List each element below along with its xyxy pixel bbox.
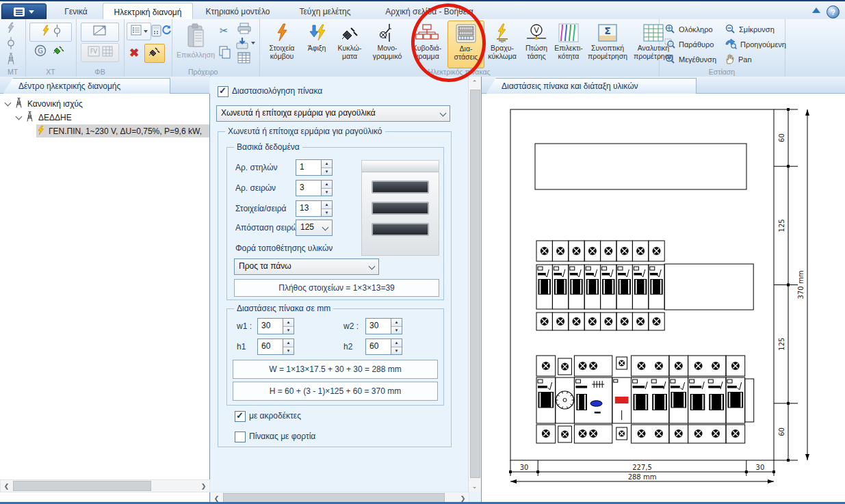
fv-panel-button[interactable] xyxy=(81,23,119,42)
enclosure-groupbox: Χωνευτά ή επίτοιχα ερμάρια για ραγοϋλικό… xyxy=(218,131,452,447)
ribbon-spacer xyxy=(785,19,845,77)
scrollbar-thumb[interactable] xyxy=(470,90,480,478)
application-menu-button[interactable] xyxy=(1,3,47,21)
calculator-icon[interactable] xyxy=(151,25,161,37)
zoom-extents-button[interactable]: Ολόκληρο xyxy=(664,23,713,36)
cabinet-slot xyxy=(372,181,429,194)
tab-arxiki-voitheia[interactable]: Αρχική σελίδα - Βοήθεια xyxy=(366,3,493,21)
fv-report-button[interactable]: FV xyxy=(81,43,119,62)
tree-item-gen-pin[interactable]: ΓΕΝ.ΠΙΝ, 1~230 V, ΔU=0,75%, P=9,6 kW, xyxy=(36,124,209,137)
panel-drawing: 6012512560370 mm30227,530288 mm xyxy=(482,94,845,504)
ribbon-button-voltage-drop[interactable]: V Πτώση τάσης xyxy=(521,21,551,67)
green-plug-icon[interactable] xyxy=(51,44,66,57)
mt-insulator-icon[interactable] xyxy=(6,37,16,49)
print-icon[interactable] xyxy=(237,23,251,34)
ribbon-button-node-elements[interactable]: Στοιχεία κόμβου xyxy=(263,21,301,67)
h1-stepper[interactable]: 60 ▲▼ xyxy=(257,339,294,355)
elements-per-row-stepper[interactable]: 13 ▲▼ xyxy=(296,200,333,217)
table-export-icon[interactable] xyxy=(237,52,250,64)
ribbon-group-mt: ΜΤ xyxy=(0,19,26,77)
panel-drawing-view: 6012512560370 mm30227,530288 mm xyxy=(482,94,845,504)
columns-stepper[interactable]: 1 ▲▼ xyxy=(296,159,333,176)
basic-data-groupbox: Βασικά δεδομένα Αρ. στηλών 1 ▲▼ Αρ. σειρ… xyxy=(226,147,444,300)
scroll-left-arrow[interactable]: ❮ xyxy=(1,480,12,492)
chevron-expanded-icon[interactable] xyxy=(5,99,12,106)
svg-text:125: 125 xyxy=(778,338,785,351)
tab-teyxi-meletis[interactable]: Τεύχη μελέτης xyxy=(284,3,366,21)
cabinet-product-image xyxy=(361,160,439,256)
scroll-right-arrow[interactable]: ❯ xyxy=(198,480,209,492)
delete-x-icon[interactable]: ✖ xyxy=(127,45,142,60)
pan-button[interactable]: Pan xyxy=(725,53,752,66)
scrollbar-thumb[interactable] xyxy=(13,481,151,491)
row-spacing-label: Απόσταση σειρών xyxy=(235,223,302,233)
spin-up-icon: ▲ xyxy=(322,160,332,168)
tab-ilektriki-dianomi[interactable]: Ηλεκτρική διανομή xyxy=(103,3,193,21)
tab-genika[interactable]: Γενικά xyxy=(49,3,103,21)
tab-ktiriako-montelo[interactable]: Κτηριακό μοντέλο xyxy=(192,3,284,21)
elements-per-row-label: Στοιχεία/σειρά xyxy=(235,204,287,213)
sizing-checkbox[interactable] xyxy=(218,86,229,97)
ribbon-button-selectivity[interactable]: Επιλεκτι- κότητα xyxy=(551,21,586,67)
dark-plug-icon xyxy=(340,22,359,44)
mt-pylon-icon[interactable] xyxy=(5,52,16,66)
paste-button[interactable]: Επικόλληση xyxy=(174,21,217,67)
tab-distribution-tree[interactable]: Δέντρο ηλεκτρικής διανομής xyxy=(3,78,170,94)
h2-stepper[interactable]: 60 ▲▼ xyxy=(365,339,402,355)
ribbon-tab-bar: Γενικά Ηλεκτρική διανομή Κτηριακό μοντέλ… xyxy=(0,0,845,21)
tree-horizontal-scrollbar[interactable]: ❮ ❯ xyxy=(0,479,210,492)
tree-item-deddie[interactable]: ΔΕΔΔΗΕ xyxy=(16,111,204,124)
scroll-up-arrow[interactable]: ⌃ xyxy=(469,77,480,88)
loads-checkbox[interactable] xyxy=(235,432,246,442)
distribution-tree-panel: Κανονική ισχύς ΔΕΔΔΗΕ ΓΕΝ.ΠΙΝ, 1~230 V, … xyxy=(0,94,210,504)
pylon-icon xyxy=(25,111,35,124)
single-line-diagram-icon xyxy=(378,22,396,44)
row-spacing-dropdown[interactable]: 125 xyxy=(296,220,333,236)
enclosure-type-dropdown[interactable]: Χωνευτά ή επίτοιχα ερμάρια για ραγοϋλικά xyxy=(216,105,450,122)
zoom-in-button[interactable]: Μεγέθυνση xyxy=(664,53,716,66)
chevron-expanded-icon[interactable] xyxy=(16,113,23,120)
cut-scissors-icon[interactable]: ✂ xyxy=(220,25,229,37)
ribbon-button-dimensions[interactable]: Δια- στάσεις xyxy=(447,21,484,68)
spin-down-icon: ▼ xyxy=(283,327,294,334)
connect-plug-button[interactable] xyxy=(144,44,165,63)
spin-down-icon: ▼ xyxy=(283,347,294,355)
ribbon-button-arrival[interactable]: Άφιξη xyxy=(301,21,333,67)
spin-up-icon: ▲ xyxy=(391,339,402,347)
grid-icon xyxy=(102,46,113,59)
copy-icon[interactable] xyxy=(218,45,232,59)
ribbon-button-summary-boq[interactable]: Σ Συνοπτική προμέτρηση xyxy=(586,21,629,67)
zoom-previous-button[interactable]: Προηγούμενη xyxy=(725,38,786,51)
svg-text:60: 60 xyxy=(778,133,785,142)
scroll-down-arrow[interactable]: ⌄ xyxy=(469,480,480,492)
help-button[interactable]: ? xyxy=(827,5,840,18)
terminals-checkbox[interactable] xyxy=(235,411,246,422)
zoom-window-button[interactable]: Παράθυρο xyxy=(664,38,714,51)
ribbon-button-short-circuit[interactable]: Βραχυ- κύκλωμα xyxy=(483,21,521,67)
ribbon-button-single-line[interactable]: Μονο- γραμμικό xyxy=(367,21,408,67)
mt-lightning-icon[interactable] xyxy=(5,22,16,34)
xt-power-button[interactable] xyxy=(29,23,72,42)
save-export-icon[interactable] xyxy=(236,37,255,49)
zoom-in-icon xyxy=(664,53,675,66)
refresh-icon[interactable] xyxy=(161,25,172,36)
orange-lightning-icon xyxy=(275,22,289,44)
direction-dropdown[interactable]: Προς τα πάνω xyxy=(234,258,379,275)
ribbon-button-block-diagram[interactable]: Κυβοδιά- γραμμα xyxy=(408,21,446,67)
h1-label: h1 xyxy=(237,342,246,352)
spin-down-icon: ▼ xyxy=(391,327,402,334)
panel-sizing-form: Διαστασιολόγηση πίνακα Χωνευτά ή επίτοιχ… xyxy=(210,77,482,504)
form-vertical-scrollbar[interactable]: ⌃ ⌄ xyxy=(468,77,481,492)
rows-label: Αρ. σειρών xyxy=(235,183,276,193)
zoom-out-button[interactable]: Σμίκρυνση xyxy=(725,23,775,36)
list-dropdown-button[interactable] xyxy=(127,23,151,40)
w1-stepper[interactable]: 30 ▲▼ xyxy=(257,318,294,334)
generator-icon[interactable]: G xyxy=(34,44,47,57)
rows-stepper[interactable]: 3 ▲▼ xyxy=(296,180,333,196)
tab-panel-dimensions-layout[interactable]: Διαστάσεις πίνακα και διάταξη υλικών xyxy=(486,78,697,94)
app-menu-icon xyxy=(14,8,25,16)
w2-stepper[interactable]: 30 ▲▼ xyxy=(365,318,402,334)
tree-item-normal-power[interactable]: Κανονική ισχύς xyxy=(5,97,204,110)
ribbon-button-circuits[interactable]: Κυκλώ- ματα xyxy=(333,21,367,67)
collapse-ribbon-button[interactable] xyxy=(811,5,822,15)
